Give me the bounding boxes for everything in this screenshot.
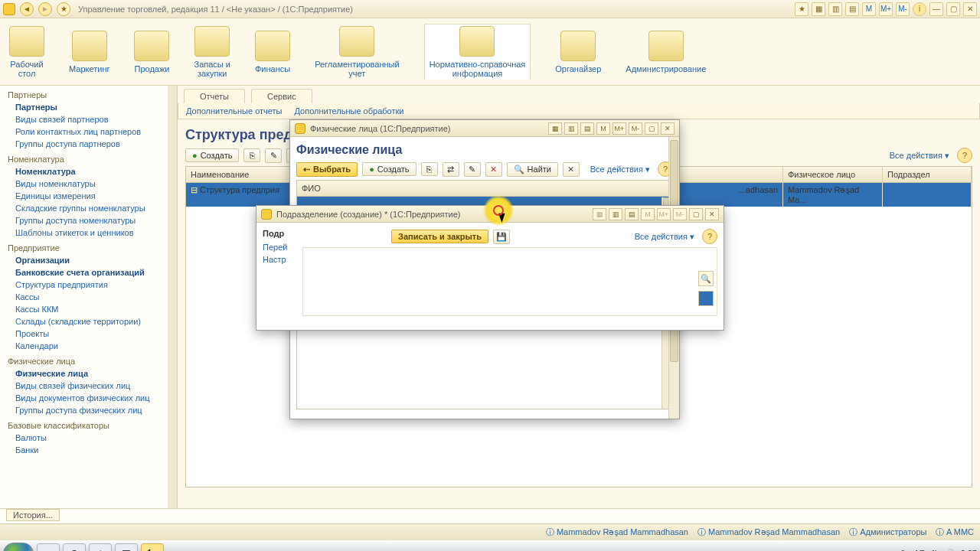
m-icon[interactable]: M [862,2,876,16]
sidebar-item[interactable]: Номенклатура [0,165,177,178]
save-button[interactable]: 💾 [493,230,510,244]
persons-edit[interactable]: ✎ [464,162,481,177]
sidebar-item[interactable]: Структура предприятия [0,279,177,291]
edit-button[interactable]: ✎ [265,148,282,163]
sidebar-item[interactable]: Складские группы номенклатуры [0,202,177,214]
status-mmc[interactable]: ⓘ A MMC [936,527,974,538]
section-admin[interactable]: Администрирование [626,31,706,73]
calc-icon[interactable]: ▥ [828,2,842,16]
find-button[interactable]: 🔍Найти [507,162,558,177]
tool-a-icon[interactable]: ▦ [812,2,825,16]
section-sales[interactable]: Продажи [134,31,169,73]
win-m[interactable]: M [596,122,610,135]
tray-vol-icon[interactable]: 🔊 [944,549,955,552]
sidebar-item[interactable]: Валюты [0,432,177,444]
clear-find[interactable]: ⨯ [563,162,580,177]
task-1c-icon[interactable]: 1c [141,543,164,551]
minimize-button[interactable]: — [929,2,943,16]
persons-col-fio[interactable]: ФИО [297,181,672,196]
sidebar-item[interactable]: Единицы измерения [0,190,177,202]
dw-tool-a[interactable]: ▦ [593,208,606,220]
win-mminus[interactable]: M- [629,122,642,135]
sidebar-item[interactable]: Виды связей физических лиц [0,380,177,392]
sidebar-item[interactable]: Организации [0,254,177,266]
panel-sub-processing[interactable]: Дополнительные обработки [294,106,403,116]
fav-star-icon[interactable]: ★ [795,2,808,16]
sidebar-item[interactable]: Кассы [0,291,177,303]
favorite-icon[interactable]: ★ [57,2,70,16]
win-calendar-icon[interactable]: ▤ [580,122,594,135]
lookup-button-1[interactable]: 🔍 [698,271,714,286]
dept-tab-go[interactable]: Перей [263,243,295,252]
col-person[interactable]: Физическое лицо [783,167,883,182]
sidebar-item[interactable]: Кассы ККМ [0,303,177,315]
task-folder-icon[interactable]: ✉ [115,543,138,551]
history-button[interactable]: История... [6,509,60,521]
section-organizer[interactable]: Органайзер [555,31,601,73]
sidebar-item[interactable]: Физические лица [0,367,177,380]
sidebar-item[interactable]: Виды связей партнеров [0,113,177,126]
win-calc-icon[interactable]: ▥ [564,122,578,135]
status-user-1[interactable]: ⓘ Mammadov Rəşad Mammadhasan [546,527,688,538]
status-user-2[interactable]: ⓘ Mammadov Rəşad Mammadhasan [697,527,840,538]
persons-all[interactable]: Все действия ▾ [587,163,653,176]
start-button[interactable] [3,543,34,551]
dw-close[interactable]: ✕ [705,208,719,220]
panel-tab-service[interactable]: Сервис [251,89,312,103]
section-reference[interactable]: Нормативно-справочнаяинформация [424,24,531,80]
persons-create[interactable]: ●Создать [362,162,416,176]
dw-restore[interactable]: ▢ [689,208,703,220]
persons-move[interactable]: ⇄ [443,162,459,177]
copy-button[interactable]: ⎘ [243,148,260,162]
persons-del[interactable]: ✕ [485,162,502,177]
m-minus-icon[interactable]: M- [896,2,910,16]
sidebar-item[interactable]: Группы доступа партнеров [0,138,177,150]
help-icon[interactable]: i [913,2,926,16]
tray-flag2-icon[interactable]: ⚑ [900,549,908,552]
task-app-icon[interactable]: ◆ [89,543,112,551]
win-tool-a[interactable]: ▦ [548,122,562,135]
close-button[interactable]: ✕ [963,2,977,16]
dw-calc[interactable]: ▥ [609,208,622,220]
panel-sub-reports[interactable]: Дополнительные отчеты [186,106,282,116]
create-button[interactable]: ●Создать [185,148,239,162]
sidebar-scrollbar[interactable] [168,86,177,508]
section-finance[interactable]: Финансы [255,31,290,73]
sidebar-item[interactable]: Банки [0,444,177,456]
nav-back[interactable]: ◄ [20,2,34,16]
section-regaccounting[interactable]: Регламентированныйучет [315,26,400,78]
sidebar-item[interactable]: Группы доступа физических лиц [0,404,177,416]
task-ie-icon[interactable]: e [37,543,60,551]
calendar-icon[interactable]: ▤ [845,2,859,16]
save-close-button[interactable]: Записать и закрыть [391,230,488,243]
win-restore[interactable]: ▢ [645,122,658,135]
sidebar-item[interactable]: Склады (складские территории) [0,315,177,328]
dept-help[interactable]: ? [702,229,717,244]
sidebar-item[interactable]: Банковские счета организаций [0,266,177,279]
help-button[interactable]: ? [957,148,972,163]
status-admins[interactable]: ⓘ Администраторы [849,527,926,538]
dept-tab-settings[interactable]: Настр [263,255,295,264]
tray-net-icon[interactable]: ⇅ [931,549,938,552]
dw-cal[interactable]: ▤ [625,208,639,220]
sidebar-item[interactable]: Календари [0,340,177,352]
sidebar-item[interactable]: Виды документов физических лиц [0,392,177,404]
select-button[interactable]: ⇠Выбрать [296,162,358,177]
panel-tab-reports[interactable]: Отчеты [184,89,245,103]
sidebar-item[interactable]: Группы доступа номенклатуры [0,214,177,227]
sidebar-item[interactable]: Виды номенклатуры [0,178,177,190]
m-plus-icon[interactable]: M+ [879,2,893,16]
lookup-button-2[interactable] [698,291,714,306]
maximize-button[interactable]: ▢ [946,2,960,16]
dept-window[interactable]: Подразделение (создание) * (1С:Предприят… [256,205,724,331]
section-stock[interactable]: Запасы изакупки [194,26,230,78]
col-dept[interactable]: Подраздел [883,167,972,182]
all-actions[interactable]: Все действия ▾ [887,149,952,162]
sidebar-item[interactable]: Партнеры [0,101,177,113]
section-desktop[interactable]: Рабочийстол [9,26,44,78]
win-mplus[interactable]: M+ [612,122,626,135]
task-chrome-icon[interactable]: ◎ [63,543,86,551]
win-close[interactable]: ✕ [661,122,675,135]
sidebar-item[interactable]: Роли контактных лиц партнеров [0,126,177,138]
dept-all[interactable]: Все действия ▾ [632,230,697,243]
